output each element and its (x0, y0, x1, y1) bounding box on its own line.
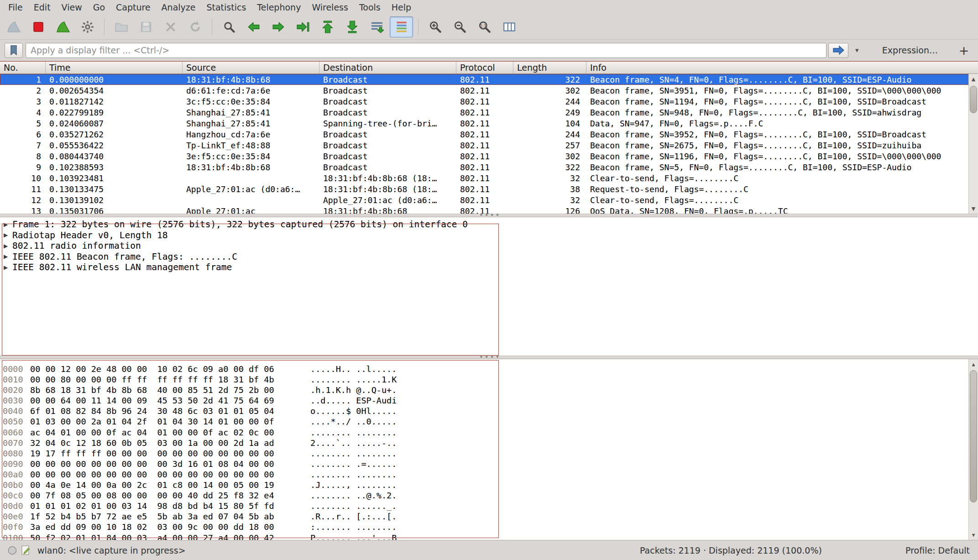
menu-telephony[interactable]: Telephony (251, 1, 306, 14)
packet-row[interactable]: 90.10238859318:31:bf:4b:8b:68Broadcast80… (0, 162, 978, 173)
hex-row[interactable]: 010050 f2 02 01 01 84 00 03 a4 00 00 27 … (0, 533, 978, 540)
pane-splitter-top[interactable]: •••• (0, 214, 978, 217)
packet-cell-destination: 18:31:bf:4b:8b:68 (18:… (319, 173, 456, 183)
open-file-button[interactable] (110, 16, 133, 37)
auto-scroll-button[interactable] (365, 16, 388, 37)
pane-splitter-bottom[interactable]: •••• (0, 356, 978, 359)
column-header-destination[interactable]: Destination (319, 62, 456, 73)
hex-row[interactable]: 005001 03 00 00 2a 01 04 2f 01 04 30 14 … (0, 417, 978, 427)
go-forward-button[interactable] (267, 16, 290, 37)
hex-row[interactable]: 000000 00 12 00 2e 48 00 00 10 02 6c 09 … (0, 364, 978, 375)
packet-row[interactable]: 60.035271262Hangzhou_cd:7a:6eBroadcast80… (0, 129, 978, 140)
detail-line[interactable]: ▶IEEE 802.11 Beacon frame, Flags: ......… (0, 251, 978, 262)
filter-apply-button[interactable] (828, 43, 848, 58)
menu-analyze[interactable]: Analyze (156, 1, 201, 14)
menu-capture[interactable]: Capture (110, 1, 156, 14)
go-last-button[interactable] (340, 16, 364, 37)
go-first-button[interactable] (316, 16, 339, 37)
column-header-source[interactable]: Source (183, 62, 319, 73)
scroll-thumb[interactable] (970, 370, 977, 502)
scroll-up-button[interactable]: ▲ (969, 74, 978, 84)
hex-row[interactable]: 0060ac 04 01 00 00 0f ac 04 01 00 00 0f … (0, 428, 978, 438)
hex-row[interactable]: 00c000 7f 08 05 00 08 00 00 00 00 40 dd … (0, 491, 978, 501)
hex-row[interactable]: 007032 04 0c 12 18 60 0b 05 03 00 1a 00 … (0, 438, 978, 449)
scroll-down-button[interactable]: ▼ (969, 530, 978, 540)
packet-row[interactable]: 30.0118271423c:f5:cc:0e:35:84Broadcast80… (0, 96, 978, 107)
hex-row[interactable]: 00406f 01 08 82 84 8b 96 24 30 48 6c 03 … (0, 406, 978, 417)
zoom-out-button[interactable] (448, 16, 471, 37)
capture-restart-button[interactable] (51, 16, 74, 37)
hex-row[interactable]: 003000 00 64 00 11 14 00 09 45 53 50 2d … (0, 396, 978, 406)
column-header-time[interactable]: Time (46, 62, 183, 73)
packet-row[interactable]: 20.002654354d6:61:fe:cd:7a:6eBroadcast80… (0, 85, 978, 96)
scroll-up-button[interactable]: ▲ (969, 359, 978, 369)
column-header-info[interactable]: Info (586, 62, 978, 73)
column-header-no[interactable]: No. (0, 62, 46, 73)
packet-row[interactable]: 70.055536422Tp-LinkT_ef:48:88Broadcast80… (0, 140, 978, 151)
hex-scrollbar[interactable]: ▲ ▼ (968, 359, 978, 540)
hex-row[interactable]: 00b000 4a 0e 14 00 0a 00 2c 01 c8 00 14 … (0, 480, 978, 491)
menu-go[interactable]: Go (88, 1, 110, 14)
display-filter-input[interactable] (26, 43, 826, 58)
capture-start-button[interactable] (2, 16, 25, 37)
expander-icon[interactable]: ▶ (4, 264, 12, 271)
packet-row[interactable]: 110.130133475Apple_27:01:ac (d0:a6:…18:3… (0, 183, 978, 194)
filter-add-button[interactable]: + (954, 43, 973, 58)
expander-icon[interactable]: ▶ (4, 253, 12, 260)
menu-help[interactable]: Help (386, 1, 417, 14)
menu-tools[interactable]: Tools (354, 1, 386, 14)
capture-comment-icon[interactable] (19, 545, 33, 556)
go-back-button[interactable] (242, 16, 265, 37)
packet-row[interactable]: 40.022799189Shanghai_27:85:41Broadcast80… (0, 107, 978, 118)
detail-line[interactable]: ▶Radiotap Header v0, Length 18 (0, 230, 978, 241)
column-header-length[interactable]: Length (513, 62, 586, 73)
hex-row[interactable]: 00f03a ed dd 09 00 10 18 02 03 00 9c 00 … (0, 522, 978, 533)
scroll-down-button[interactable]: ▼ (969, 204, 978, 214)
find-packet-icon (223, 21, 235, 33)
zoom-normal-button[interactable]: 1:1 (473, 16, 496, 37)
hex-row[interactable]: 001000 00 80 00 00 00 ff ff ff ff ff ff … (0, 375, 978, 385)
hex-row[interactable]: 009000 00 00 00 00 00 00 00 00 3d 16 01 … (0, 459, 978, 470)
expander-icon[interactable]: ▶ (4, 221, 12, 228)
save-file-button[interactable] (134, 16, 157, 37)
close-file-button[interactable] (159, 16, 182, 37)
profile-text[interactable]: Profile: Default (905, 545, 970, 555)
menu-edit[interactable]: Edit (28, 1, 56, 14)
go-to-packet-button[interactable] (291, 16, 314, 37)
packet-row[interactable]: 10.00000000018:31:bf:4b:8b:68Broadcast80… (0, 74, 978, 85)
colorize-button[interactable] (390, 16, 413, 37)
packet-cell-length: 126 (513, 206, 586, 214)
reload-button[interactable] (183, 16, 207, 37)
resize-columns-button[interactable] (497, 16, 521, 37)
detail-line[interactable]: ▶IEEE 802.11 wireless LAN management fra… (0, 262, 978, 273)
capture-options-button[interactable] (76, 16, 99, 37)
zoom-in-button[interactable] (424, 16, 447, 37)
column-header-protocol[interactable]: Protocol (456, 62, 513, 73)
expander-icon[interactable]: ▶ (4, 232, 12, 238)
filter-bookmark-button[interactable] (5, 43, 23, 58)
detail-line[interactable]: ▶802.11 radio information (0, 241, 978, 251)
detail-line[interactable]: ▶Frame 1: 322 bytes on wire (2576 bits),… (0, 219, 978, 230)
find-packet-button[interactable] (217, 16, 241, 37)
expert-info-icon[interactable] (5, 545, 19, 556)
hex-row[interactable]: 00d001 01 01 02 01 00 03 14 98 d8 bd b4 … (0, 501, 978, 512)
capture-stop-button[interactable] (26, 16, 50, 37)
menu-wireless[interactable]: Wireless (306, 1, 354, 14)
expander-icon[interactable]: ▶ (4, 243, 12, 249)
packet-row[interactable]: 100.10392348118:31:bf:4b:8b:68 (18:…802.… (0, 173, 978, 183)
hex-row[interactable]: 008019 17 ff ff ff 00 00 00 00 00 00 00 … (0, 449, 978, 459)
scroll-thumb[interactable] (970, 86, 977, 113)
menu-file[interactable]: File (3, 1, 28, 14)
filter-history-dropdown[interactable]: ▾ (851, 43, 863, 58)
hex-row[interactable]: 00a000 00 00 00 00 00 00 00 00 00 00 00 … (0, 470, 978, 480)
menu-statistics[interactable]: Statistics (201, 1, 251, 14)
menu-view[interactable]: View (56, 1, 88, 14)
expression-button[interactable]: Expression… (876, 45, 944, 55)
hex-bytes: 19 17 ff ff ff 00 00 00 00 00 00 00 00 0… (30, 449, 310, 459)
packet-list-scrollbar[interactable]: ▲ ▼ (968, 74, 978, 214)
hex-row[interactable]: 00208b 68 18 31 bf 4b 8b 68 40 00 85 51 … (0, 385, 978, 396)
packet-row[interactable]: 80.0804437403e:f5:cc:0e:35:84Broadcast80… (0, 151, 978, 162)
packet-row[interactable]: 120.130139102Apple_27:01:ac (d0:a6:…802.… (0, 194, 978, 205)
hex-row[interactable]: 00e01f 52 b4 b5 b7 72 ae e5 5b ab 3a ed … (0, 512, 978, 522)
packet-row[interactable]: 50.024060087Shanghai_27:85:41Spanning-tr… (0, 118, 978, 129)
